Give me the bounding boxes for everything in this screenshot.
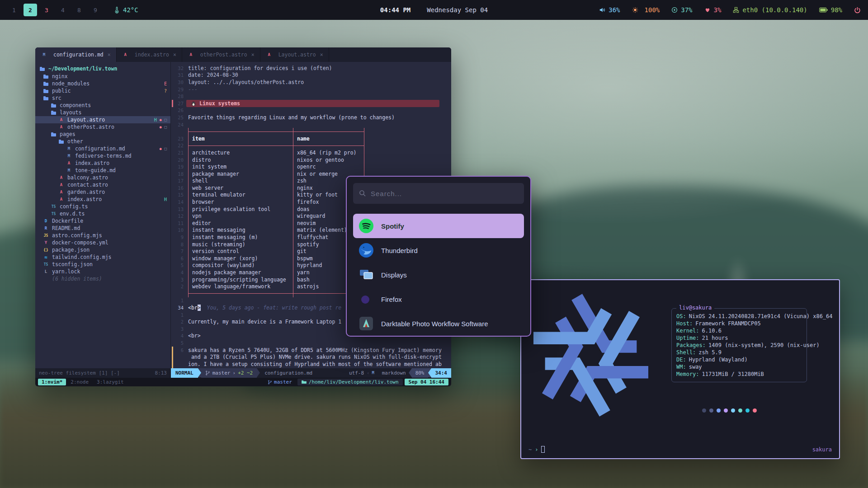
close-icon[interactable]: × xyxy=(320,52,323,58)
editor-line[interactable]: and a 2TB (Crucial P5 Plus) NVMe drive. … xyxy=(171,353,451,361)
file-name: fediverse-terms.md xyxy=(75,153,132,159)
git-sign xyxy=(171,170,175,178)
editor-line[interactable]: 27 Linux systems Linux systems xyxy=(171,100,451,107)
file-icon xyxy=(50,132,57,137)
workspace-button[interactable]: 3 xyxy=(40,4,53,16)
editor-tab[interactable]: configuration.md × xyxy=(35,47,117,62)
close-icon[interactable]: × xyxy=(251,52,255,58)
editor-line[interactable]: 26 xyxy=(171,107,451,114)
tree-item[interactable]: components ● □ xyxy=(35,102,170,109)
tree-item[interactable]: tsconfig.json ● □ xyxy=(35,261,170,268)
tree-item[interactable]: balcony.astro ● □ xyxy=(35,174,170,181)
editor-line[interactable]: 28 xyxy=(171,93,451,100)
tree-item[interactable]: index.astro H ● □ xyxy=(35,196,170,203)
close-icon[interactable]: × xyxy=(108,52,111,58)
system-info-line: Shell: zsh 5.9 xyxy=(676,349,802,357)
workspace-button[interactable]: 9 xyxy=(89,4,102,16)
tree-item[interactable]: other ● □ xyxy=(35,138,170,145)
editor-line[interactable]: 25 Favorite things regarding Linux and m… xyxy=(171,114,451,121)
launcher-item[interactable]: Spotify xyxy=(353,214,524,238)
tree-item[interactable]: nginx ● □ xyxy=(35,73,170,80)
tree-item[interactable]: otherPost.astro ● □ xyxy=(35,123,170,131)
power-icon xyxy=(854,7,861,14)
brightness-module[interactable]: 100% xyxy=(632,6,660,14)
shell-prompt[interactable]: ~ › xyxy=(528,446,545,453)
launcher-item[interactable]: Firefox xyxy=(353,287,524,311)
editor-line[interactable]: 32 title: configuration for devices i us… xyxy=(171,65,451,72)
editor-tab[interactable]: index.astro × xyxy=(117,47,182,62)
launcher-item[interactable]: Darktable Photo Workflow Software xyxy=(353,311,524,336)
search-input[interactable] xyxy=(371,190,518,197)
editor-line[interactable] xyxy=(171,128,451,135)
close-icon[interactable]: × xyxy=(173,52,176,58)
tree-item[interactable]: (6 hidden items) ● □ xyxy=(35,275,170,282)
table-cell-name: nixos or gentoo xyxy=(293,156,364,164)
darktable-icon xyxy=(359,316,374,331)
tree-item[interactable]: contact.astro ● □ xyxy=(35,181,170,188)
diagnostic-badge: H xyxy=(154,117,157,122)
tmux-window[interactable]: 1:nvim* xyxy=(38,379,66,385)
git-sign xyxy=(171,220,175,227)
tree-item[interactable]: pages ● □ xyxy=(35,131,170,138)
tree-item[interactable]: public ? ● □ xyxy=(35,87,170,94)
tree-item[interactable]: layouts ● □ xyxy=(35,109,170,116)
tree-item[interactable]: node_modules E ● □ xyxy=(35,80,170,87)
tree-item[interactable]: Layout.astro H ● □ xyxy=(35,116,170,123)
spotify-icon xyxy=(359,218,374,234)
tree-item[interactable]: src ● □ xyxy=(35,94,170,102)
tree-item[interactable]: env.d.ts ● □ xyxy=(35,210,170,217)
terminal-window-fastfetch[interactable]: liv@sakura OS: NixOS 24.11.20240828.71e9… xyxy=(520,279,840,459)
tree-item[interactable]: yarn.lock ● □ xyxy=(35,268,170,275)
disk-module[interactable]: 37% xyxy=(671,6,692,14)
launcher-item[interactable]: Thunderbird xyxy=(353,238,524,263)
tree-root[interactable]: ~/Development/liv.town xyxy=(35,65,170,73)
editor-line[interactable]: 30 layout: ../../layouts/otherPost.astro xyxy=(171,79,451,86)
editor-tab[interactable]: Layout.astro × xyxy=(260,47,329,62)
editor-line[interactable]: 31 date: 2024-08-30 date: 2024-08-30 xyxy=(171,72,451,79)
tmux-window[interactable]: 2:node xyxy=(67,379,92,385)
editor-line[interactable]: 6 sakura has a Ryzen 5 7640U, 32GB of DD… xyxy=(171,347,451,354)
info-key: Memory: xyxy=(676,371,699,378)
workspace-button[interactable]: 8 xyxy=(72,4,86,16)
battery-module[interactable]: 98% xyxy=(819,6,842,14)
tree-item[interactable]: tone-guide.md ● □ xyxy=(35,167,170,174)
filetype-icon xyxy=(266,52,273,57)
tree-item[interactable]: garden.astro ● □ xyxy=(35,188,170,196)
tree-item[interactable]: fediverse-terms.md ● □ xyxy=(35,152,170,160)
editor-line[interactable]: 24 xyxy=(171,121,451,128)
editor-line[interactable]: 21 architecture x86_64 (rip m2 pro) xyxy=(171,149,451,156)
volume-module[interactable]: 36% xyxy=(599,6,620,14)
tree-item[interactable]: package.json ● □ xyxy=(35,246,170,253)
editor-line[interactable]: 22 xyxy=(171,142,451,150)
editor-line[interactable]: 23 item name xyxy=(171,135,451,142)
tree-item[interactable]: configuration.md ● □ xyxy=(35,145,170,152)
tree-item[interactable]: config.ts ● □ xyxy=(35,203,170,210)
editor-tab[interactable]: otherPost.astro × xyxy=(182,47,260,62)
editor-line[interactable]: ion. I have a setup consisting of Hyprla… xyxy=(171,361,451,368)
power-module[interactable] xyxy=(854,7,861,14)
tree-item[interactable]: Dockerfile ● □ xyxy=(35,217,170,225)
editor-line[interactable]: 19 init system openrc xyxy=(171,163,451,170)
load-module[interactable]: 3% xyxy=(704,6,722,14)
editor-line[interactable]: 29 --- --- xyxy=(171,86,451,93)
info-value: Hyprland (Wayland) xyxy=(689,357,748,364)
editor-line[interactable]: 20 distro nixos or gentoo xyxy=(171,156,451,164)
editor-line[interactable]: 5 xyxy=(171,339,451,347)
tree-item[interactable]: tailwind.config.mjs ● □ xyxy=(35,253,170,261)
tree-item[interactable]: README.md ● □ xyxy=(35,225,170,232)
workspace-button[interactable]: 2 xyxy=(24,4,37,16)
info-value: 11731MiB / 31280MiB xyxy=(702,371,764,378)
workspace-button[interactable]: 1 xyxy=(7,4,21,16)
file-icon xyxy=(58,190,65,195)
launcher-item[interactable]: Displays xyxy=(353,263,524,287)
tmux-window[interactable]: 3:lazygit xyxy=(93,379,127,385)
tree-item[interactable]: index.astro ● □ xyxy=(35,160,170,167)
file-icon xyxy=(42,96,49,101)
temperature-module[interactable]: 42°C xyxy=(114,6,138,14)
workspace-button[interactable]: 4 xyxy=(56,4,70,16)
network-module[interactable]: eth0 (10.0.0.140) xyxy=(733,6,807,14)
tree-item[interactable]: astro.config.mjs ● □ xyxy=(35,232,170,239)
tree-item[interactable]: docker-compose.yml ● □ xyxy=(35,239,170,246)
file-icon xyxy=(42,240,49,245)
clock[interactable]: 04:44 PM Wednesday Sep 04 xyxy=(380,6,488,14)
